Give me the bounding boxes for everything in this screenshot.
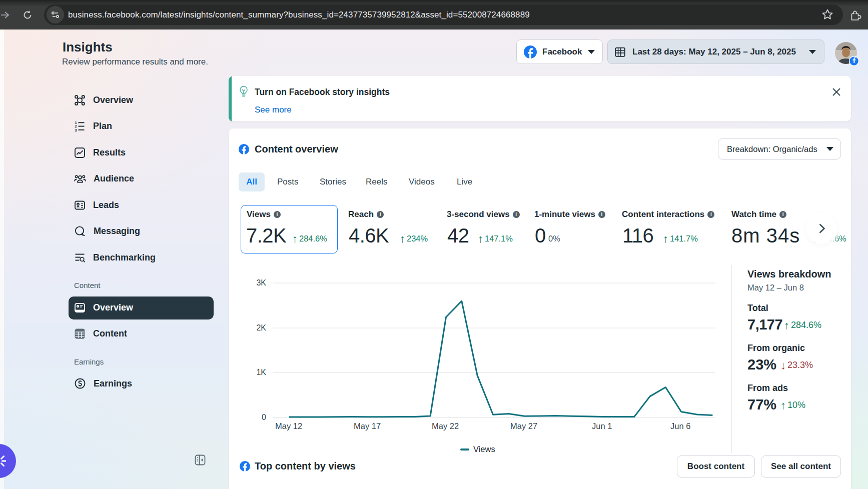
svg-text:3: 3 [75, 128, 77, 132]
